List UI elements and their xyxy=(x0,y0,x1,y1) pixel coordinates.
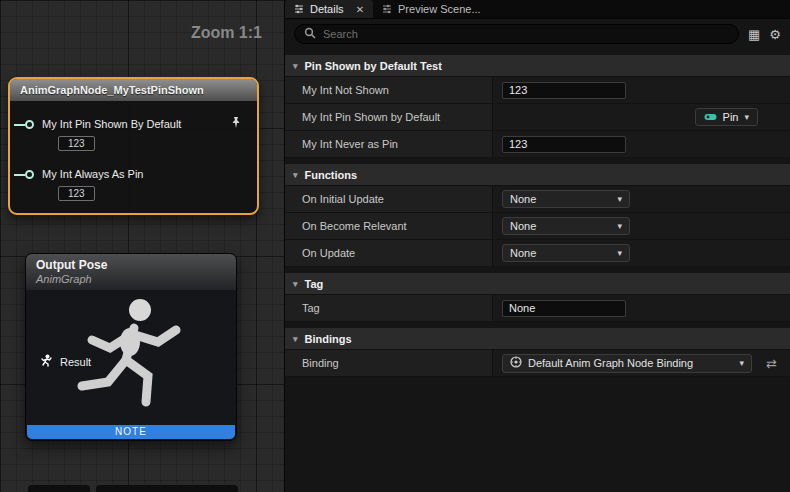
property-row: My Int Not Shown xyxy=(285,77,790,104)
property-row: My Int Never as Pin xyxy=(285,131,790,158)
tab-label: Details xyxy=(310,3,344,15)
pin-icon xyxy=(704,111,717,123)
section-bindings[interactable]: ▾ Bindings xyxy=(285,328,790,350)
offscreen-node-edge xyxy=(28,485,90,492)
details-panel: Details ✕ Preview Scene... xyxy=(285,0,790,492)
zoom-level-label: Zoom 1:1 xyxy=(191,24,262,42)
chevron-down-icon: ▾ xyxy=(293,61,298,71)
result-pin-label: Result xyxy=(60,356,91,368)
node-header[interactable]: Output Pose AnimGraph xyxy=(26,254,236,290)
pin-group: My Int Always As Pin 123 xyxy=(10,166,257,201)
property-row: On Become Relevant None ▾ xyxy=(285,213,790,240)
node-output-pose[interactable]: Output Pose AnimGraph xyxy=(25,253,237,441)
chevron-down-icon: ▾ xyxy=(739,358,744,368)
pin-value-box[interactable]: 123 xyxy=(58,136,95,151)
search-row: ▦ ⚙ xyxy=(285,19,790,49)
property-label: Binding xyxy=(302,357,339,369)
on-become-relevant-dropdown[interactable]: None ▾ xyxy=(502,217,630,235)
search-box[interactable] xyxy=(294,24,739,44)
property-label: On Initial Update xyxy=(302,193,384,205)
result-pin[interactable]: Result xyxy=(40,353,91,371)
section-pin-shown-by-default-test[interactable]: ▾ Pin Shown by Default Test xyxy=(285,55,790,77)
binding-value: Default Anim Graph Node Binding xyxy=(528,357,693,369)
section-title: Bindings xyxy=(305,333,352,345)
tab-details[interactable]: Details ✕ xyxy=(285,0,373,18)
property-label: My Int Never as Pin xyxy=(302,138,398,150)
unreal-editor-window: Zoom 1:1 AnimGraphNode_MyTestPinShown My… xyxy=(0,0,790,492)
display-options-icon[interactable]: ▦ xyxy=(748,28,760,41)
pin-label: My Int Pin Shown By Default xyxy=(42,118,181,130)
pin-mode-value: Pin xyxy=(723,111,739,123)
binding-dropdown[interactable]: Default Anim Graph Node Binding ▾ xyxy=(502,354,752,373)
settings-gear-icon[interactable]: ⚙ xyxy=(769,28,781,41)
pin-group: My Int Pin Shown By Default 123 xyxy=(10,116,257,151)
pin-value-box[interactable]: 123 xyxy=(58,186,95,201)
int-pin-icon[interactable] xyxy=(25,170,34,179)
section-title: Functions xyxy=(305,169,358,181)
dropdown-value: None xyxy=(510,247,536,259)
on-update-dropdown[interactable]: None ▾ xyxy=(502,244,630,262)
chevron-down-icon: ▾ xyxy=(617,221,622,231)
chevron-down-icon: ▾ xyxy=(293,170,298,180)
note-banner: NOTE xyxy=(27,425,235,439)
search-icon xyxy=(304,25,316,43)
dropdown-value: None xyxy=(510,220,536,232)
close-icon[interactable]: ✕ xyxy=(356,4,364,15)
section-tag[interactable]: ▾ Tag xyxy=(285,273,790,295)
on-initial-update-dropdown[interactable]: None ▾ xyxy=(502,190,630,208)
details-tab-icon xyxy=(294,4,304,14)
details-empty-area xyxy=(285,377,790,492)
binding-icon xyxy=(510,356,522,370)
node-title: Output Pose xyxy=(36,258,236,272)
search-input[interactable] xyxy=(323,28,729,40)
property-row: On Initial Update None ▾ xyxy=(285,186,790,213)
int-pin-icon[interactable] xyxy=(25,120,34,129)
node-subtitle: AnimGraph xyxy=(36,273,236,285)
pin-label: My Int Always As Pin xyxy=(42,168,143,180)
dropdown-value: None xyxy=(510,193,536,205)
pose-pin-icon xyxy=(40,353,53,371)
tag-input[interactable] xyxy=(502,300,626,317)
section-title: Pin Shown by Default Test xyxy=(305,60,442,72)
swap-arrow-icon[interactable]: ⇄ xyxy=(766,356,777,371)
pin-mode-dropdown[interactable]: Pin ▾ xyxy=(695,108,758,126)
my-int-never-as-pin-input[interactable] xyxy=(502,136,626,153)
section-title: Tag xyxy=(305,278,324,290)
section-functions[interactable]: ▾ Functions xyxy=(285,164,790,186)
property-row: On Update None ▾ xyxy=(285,240,790,267)
offscreen-node-edge xyxy=(96,485,238,492)
property-label: My Int Pin Shown by Default xyxy=(302,111,440,123)
property-row: Tag xyxy=(285,295,790,322)
tab-bar: Details ✕ Preview Scene... xyxy=(285,0,790,19)
chevron-down-icon: ▾ xyxy=(744,112,749,122)
chevron-down-icon: ▾ xyxy=(617,248,622,258)
tab-preview-scene[interactable]: Preview Scene... xyxy=(373,0,490,18)
property-label: On Update xyxy=(302,247,355,259)
chevron-down-icon: ▾ xyxy=(293,279,298,289)
property-row: Binding Default Anim Graph Node Binding … xyxy=(285,350,790,377)
node-animgraphnode-mytestpinshown[interactable]: AnimGraphNode_MyTestPinShown My Int Pin … xyxy=(8,77,259,215)
my-int-not-shown-input[interactable] xyxy=(502,82,626,99)
property-label: On Become Relevant xyxy=(302,220,407,232)
property-row: My Int Pin Shown by Default Pin ▾ xyxy=(285,104,790,131)
pin-toggle-icon[interactable] xyxy=(229,116,243,130)
node-title[interactable]: AnimGraphNode_MyTestPinShown xyxy=(10,79,257,101)
property-label: My Int Not Shown xyxy=(302,84,389,96)
anim-graph-canvas[interactable]: Zoom 1:1 AnimGraphNode_MyTestPinShown My… xyxy=(0,0,285,492)
preview-scene-tab-icon xyxy=(382,4,392,14)
node-body: My Int Pin Shown By Default 123 My Int A… xyxy=(10,101,257,213)
property-label: Tag xyxy=(302,302,320,314)
chevron-down-icon: ▾ xyxy=(293,334,298,344)
chevron-down-icon: ▾ xyxy=(617,194,622,204)
tab-label: Preview Scene... xyxy=(398,3,481,15)
